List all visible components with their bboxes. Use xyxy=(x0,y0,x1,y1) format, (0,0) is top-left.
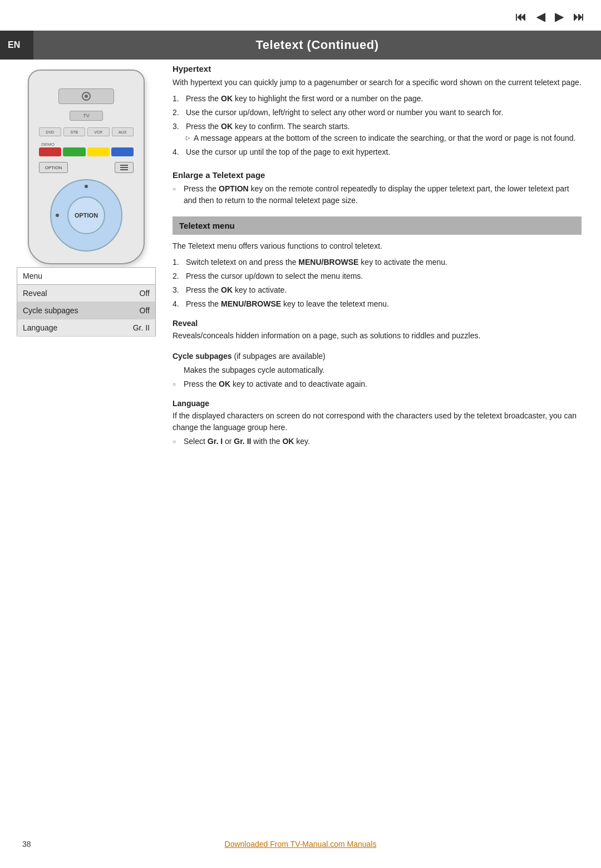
yellow-button xyxy=(87,147,110,156)
cycle-subpages-subsection: Cycle subpages (if subpages are availabl… xyxy=(173,351,582,390)
content-area: Hypertext With hypertext you can quickly… xyxy=(173,64,582,452)
square-button xyxy=(115,162,134,173)
list-item: 1. Press the OK key to highlight the fir… xyxy=(173,93,582,105)
aux-button: AUX xyxy=(112,127,134,136)
list-item: 4. Press the MENU/BROWSE key to leave th… xyxy=(173,298,582,310)
svg-rect-0 xyxy=(120,165,128,166)
menu-table-area: Menu Reveal Off Cycle subpages Off Langu… xyxy=(17,267,156,337)
teletext-menu-section-header: Teletext menu xyxy=(173,216,582,235)
demo-label: DEMO xyxy=(41,142,55,147)
hypertext-title: Hypertext xyxy=(173,64,582,73)
joystick-area: OPTION xyxy=(50,179,122,251)
table-row: Reveal Off xyxy=(17,285,156,302)
option-buttons-row: OPTION xyxy=(39,162,134,173)
joystick-inner-ring: OPTION xyxy=(67,196,105,234)
list-item: 4. Use the cursor up until the top of th… xyxy=(173,146,582,158)
list-item: Press the OPTION key on the remote contr… xyxy=(173,183,582,206)
header-bar: EN Teletext (Continued) xyxy=(0,31,601,60)
gr2-bold: Gr. II xyxy=(234,437,251,446)
list-item: Press the OK key to activate and to deac… xyxy=(173,378,582,390)
svg-rect-1 xyxy=(120,167,128,168)
list-item: 2. Use the cursor up/down, left/right to… xyxy=(173,107,582,119)
enlarge-list: Press the OPTION key on the remote contr… xyxy=(173,183,582,206)
tv-button: TV xyxy=(70,111,103,121)
download-link[interactable]: Downloaded From TV-Manual.com Manuals xyxy=(225,840,377,849)
teletext-menu-table: Menu Reveal Off Cycle subpages Off Langu… xyxy=(17,267,156,337)
reveal-label: Reveal xyxy=(17,285,115,302)
top-nav: ⏮ ◀ ▶ ⏭ xyxy=(515,10,584,23)
language-subtitle: Language xyxy=(173,399,582,408)
language-desc: If the displayed characters on screen do… xyxy=(173,410,582,433)
list-item: Select Gr. I or Gr. II with the OK key. xyxy=(173,436,582,447)
language-label: Language xyxy=(17,319,115,337)
cycle-subpages-list: Press the OK key to activate and to deac… xyxy=(173,378,582,390)
page-title: Teletext (Continued) xyxy=(33,38,601,52)
dvd-button: DVD xyxy=(39,127,61,136)
skip-back-icon[interactable]: ⏮ xyxy=(515,11,526,23)
blue-button xyxy=(111,147,134,156)
ok-bold-2: OK xyxy=(221,122,233,131)
option-button-small: OPTION xyxy=(39,162,68,173)
cycle-subpages-bold: Cycle subpages xyxy=(173,352,232,361)
table-row: Language Gr. II xyxy=(17,319,156,337)
forward-icon[interactable]: ▶ xyxy=(555,10,563,23)
cycle-subpages-label: Cycle subpages xyxy=(17,302,115,319)
list-item: 3. Press the OK key to confirm. The sear… xyxy=(173,121,582,144)
cycle-subpages-title-line: Cycle subpages (if subpages are availabl… xyxy=(173,351,582,362)
gr1-bold: Gr. I xyxy=(208,437,223,446)
menu-table-header: Menu xyxy=(17,268,156,285)
reveal-subtitle: Reveal xyxy=(173,319,582,328)
color-buttons-row xyxy=(39,147,134,156)
hypertext-steps: 1. Press the OK key to highlight the fir… xyxy=(173,93,582,158)
language-subsection: Language If the displayed characters on … xyxy=(173,399,582,447)
skip-forward-icon[interactable]: ⏭ xyxy=(573,11,584,23)
option-label: OPTION xyxy=(75,212,98,219)
reveal-desc: Reveals/conceals hidden information on a… xyxy=(173,330,582,342)
hypertext-intro: With hypertext you can quickly jump to a… xyxy=(173,77,582,88)
tv-label: TV xyxy=(83,113,90,119)
stb-button: STB xyxy=(63,127,86,136)
ok-bold-5: OK xyxy=(282,437,294,446)
language-list: Select Gr. I or Gr. II with the OK key. xyxy=(173,436,582,447)
joystick-outer-ring: OPTION xyxy=(50,179,122,251)
vcr-button: VCR xyxy=(87,127,110,136)
language-value: Gr. II xyxy=(114,319,155,337)
cycle-subpages-value: Off xyxy=(114,302,155,319)
power-button-area xyxy=(58,88,114,104)
menu-browse-bold-1: MENU/BROWSE xyxy=(298,258,358,267)
ok-bold-3: OK xyxy=(221,285,233,294)
page-number: 38 xyxy=(22,840,31,849)
ok-bold-4: OK xyxy=(219,379,230,388)
joystick-dot-left xyxy=(56,214,59,217)
enlarge-title: Enlarge a Teletext page xyxy=(173,170,582,180)
power-icon xyxy=(82,92,91,101)
green-button xyxy=(63,147,85,156)
sub-bullet: A message appears at the bottom of the s… xyxy=(186,132,582,144)
cycle-subpages-desc: Makes the subpages cycle automatically. xyxy=(184,364,582,376)
teletext-menu-steps: 1. Switch teletext on and press the MENU… xyxy=(173,257,582,310)
rewind-icon[interactable]: ◀ xyxy=(536,10,545,23)
ok-bold-1: OK xyxy=(221,94,233,103)
teletext-menu-intro: The Teletext menu offers various functio… xyxy=(173,240,582,252)
list-item: 1. Switch teletext on and press the MENU… xyxy=(173,257,582,268)
language-badge: EN xyxy=(0,31,33,60)
reveal-value: Off xyxy=(114,285,155,302)
remote-body: TV DVD STB VCR AUX DEMO OPTION xyxy=(28,70,145,264)
option-bold: OPTION xyxy=(219,184,249,193)
menu-icon xyxy=(120,165,128,170)
svg-rect-2 xyxy=(120,169,128,170)
remote-illustration: TV DVD STB VCR AUX DEMO OPTION xyxy=(19,70,153,264)
list-item: 2. Press the cursor up/down to select th… xyxy=(173,270,582,282)
joystick-dot-top xyxy=(85,185,88,188)
list-item: 3. Press the OK key to activate. xyxy=(173,284,582,296)
menu-browse-bold-2: MENU/BROWSE xyxy=(221,299,281,308)
reveal-subsection: Reveal Reveals/conceals hidden informati… xyxy=(173,319,582,342)
red-button xyxy=(39,147,61,156)
table-row: Cycle subpages Off xyxy=(17,302,156,319)
source-buttons-row: DVD STB VCR AUX xyxy=(39,127,134,136)
